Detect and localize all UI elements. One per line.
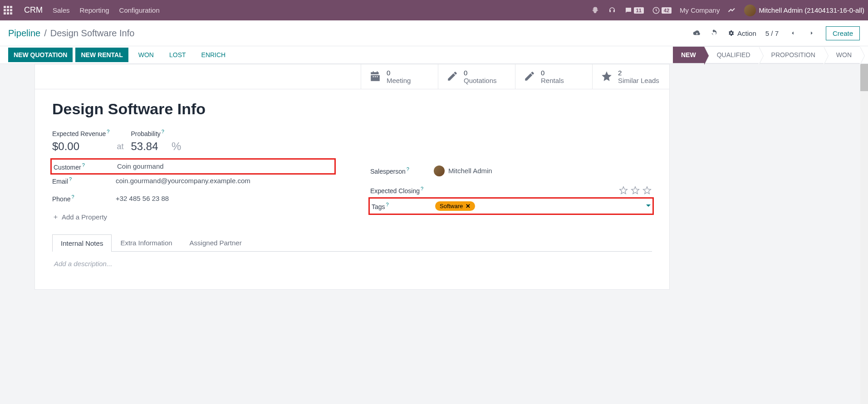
help-icon[interactable]: ? [69,176,72,182]
star-3-icon[interactable] [642,185,652,195]
star-icon [601,70,613,83]
nav-sales[interactable]: Sales [53,6,70,14]
breadcrumb-parent[interactable]: Pipeline [8,28,40,39]
stage-won[interactable]: WON [824,46,860,63]
breadcrumb-bar: Pipeline / Design Software Info Action 5… [0,20,868,46]
record-title[interactable]: Design Software Info [52,100,652,118]
action-label: Action [737,29,756,37]
user-name: Mitchell Admin (21404131-16-0-all) [759,6,864,14]
nav-reporting[interactable]: Reporting [80,6,109,14]
apps-grid-icon[interactable] [4,6,12,15]
stage-bar: NEW QUALIFIED PROPOSITION WON [673,46,860,63]
stage-proposition[interactable]: PROPOSITION [759,46,824,63]
salesperson-label: Salesperson? [370,166,434,175]
edit-icon [524,70,535,83]
new-rental-button[interactable]: NEW RENTAL [75,48,128,62]
user-menu[interactable]: Mitchell Admin (21404131-16-0-all) [744,5,864,16]
undo-icon[interactable] [710,29,718,38]
phone-label: Phone? [52,194,116,203]
stat-rentals[interactable]: 0Rentals [515,64,592,89]
tags-field-highlight: Tags? Software ✕ [368,197,654,215]
new-quotation-button[interactable]: NEW QUOTATION [8,48,73,62]
tab-extra-information[interactable]: Extra Information [112,234,181,251]
user-avatar-icon [744,5,756,16]
help-icon[interactable]: ? [421,186,423,191]
pager-next-icon[interactable] [807,30,817,36]
tab-content: Add a description... [52,252,652,276]
content-area: 0Meeting 0Quotations 0Rentals 2Similar L… [0,64,868,404]
pager-text: 5 / 7 [765,29,779,37]
calendar-icon [369,70,381,83]
customer-label: Customer? [54,162,117,171]
edit-icon [446,70,458,83]
breadcrumb-separator: / [44,28,47,39]
scrollbar[interactable] [860,64,868,404]
pager-prev-icon[interactable] [788,30,798,36]
chat-badge: 11 [634,7,644,14]
tab-assigned-partner[interactable]: Assigned Partner [181,234,250,251]
status-bar: NEW QUOTATION NEW RENTAL WON LOST ENRICH… [0,46,868,64]
chat-icon[interactable]: 11 [624,6,644,15]
tools-icon[interactable] [728,6,736,15]
probability-label: Probability? [131,129,164,137]
add-property-button[interactable]: ＋ Add a Property [52,213,107,221]
stage-qualified[interactable]: QUALIFIED [704,46,759,63]
help-icon[interactable]: ? [407,166,409,172]
percent-sign: % [172,140,181,153]
email-label: Email? [52,176,116,185]
phone-value[interactable]: +32 485 56 23 88 [116,195,169,202]
at-label: at [117,142,123,151]
salesperson-value[interactable]: Mitchell Admin [448,167,492,175]
nav-configuration[interactable]: Configuration [119,6,160,14]
cloud-upload-icon[interactable] [693,29,701,38]
app-brand[interactable]: CRM [24,5,43,15]
probability-value[interactable]: 53.84 [131,140,164,153]
plus-icon: ＋ [52,213,59,221]
top-navbar: CRM Sales Reporting Configuration 11 42 … [0,0,868,20]
enrich-button[interactable]: ENRICH [196,48,231,62]
help-icon[interactable]: ? [386,202,389,207]
stat-quotations[interactable]: 0Quotations [438,64,515,89]
won-button[interactable]: WON [133,48,159,62]
help-icon[interactable]: ? [107,129,109,134]
stat-similar-leads[interactable]: 2Similar Leads [592,64,669,89]
tag-remove-icon[interactable]: ✕ [466,203,471,209]
bug-icon[interactable] [592,6,600,15]
create-button[interactable]: Create [826,26,860,40]
tags-dropdown-icon[interactable] [646,202,651,209]
tab-internal-notes[interactable]: Internal Notes [52,234,112,252]
form-sheet: 0Meeting 0Quotations 0Rentals 2Similar L… [34,64,670,290]
clock-badge: 42 [662,7,672,14]
star-2-icon[interactable] [630,185,640,195]
expected-revenue-label: Expected Revenue? [52,129,109,137]
help-icon[interactable]: ? [71,194,74,200]
stat-meeting[interactable]: 0Meeting [361,64,438,89]
lost-button[interactable]: LOST [164,48,191,62]
salesperson-avatar-icon [434,165,445,176]
action-menu[interactable]: Action [727,29,756,37]
support-icon[interactable] [608,6,616,15]
priority-stars [618,185,652,195]
tags-label: Tags? [372,202,435,210]
left-column: Customer? Coin gourmand Email? coin.gour… [52,161,334,221]
expected-closing-label: Expected Closing? [370,186,434,195]
help-icon[interactable]: ? [162,129,164,134]
clock-icon[interactable]: 42 [652,6,672,15]
right-column: Salesperson? Mitchell Admin Expected Clo… [370,161,652,221]
stat-button-row: 0Meeting 0Quotations 0Rentals 2Similar L… [35,64,669,89]
expected-revenue-value[interactable]: $0.00 [52,140,109,153]
email-value[interactable]: coin.gourmand@yourcompany.example.com [116,177,250,185]
company-name[interactable]: My Company [680,6,720,14]
description-input[interactable]: Add a description... [54,260,650,268]
tabs: Internal Notes Extra Information Assigne… [52,234,652,252]
help-icon[interactable]: ? [82,162,85,168]
star-1-icon[interactable] [618,185,628,195]
stage-new[interactable]: NEW [673,46,704,63]
customer-value[interactable]: Coin gourmand [117,162,164,170]
tag-software[interactable]: Software ✕ [435,201,475,211]
breadcrumb-current: Design Software Info [50,28,135,39]
